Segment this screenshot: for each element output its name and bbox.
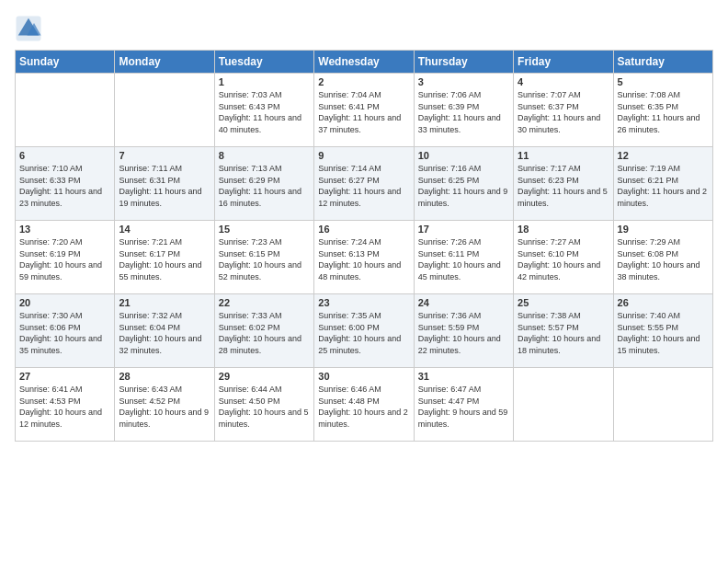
day-number: 2 <box>318 76 409 87</box>
header-cell-sunday: Sunday <box>16 51 115 74</box>
day-number: 7 <box>119 150 210 161</box>
calendar-cell: 8Sunrise: 7:13 AMSunset: 6:29 PMDaylight… <box>214 147 313 221</box>
week-row-4: 20Sunrise: 7:30 AMSunset: 6:06 PMDayligh… <box>16 294 713 368</box>
cell-info: Sunrise: 7:17 AMSunset: 6:23 PMDaylight:… <box>518 163 609 209</box>
calendar-cell <box>115 74 214 147</box>
calendar-cell: 3Sunrise: 7:06 AMSunset: 6:39 PMDaylight… <box>414 74 513 147</box>
week-row-5: 27Sunrise: 6:41 AMSunset: 4:53 PMDayligh… <box>16 368 713 442</box>
calendar-cell: 12Sunrise: 7:19 AMSunset: 6:21 PMDayligh… <box>613 147 712 221</box>
calendar-cell: 14Sunrise: 7:21 AMSunset: 6:17 PMDayligh… <box>115 221 214 294</box>
cell-info: Sunrise: 6:43 AMSunset: 4:52 PMDaylight:… <box>119 384 210 430</box>
calendar-cell: 25Sunrise: 7:38 AMSunset: 5:57 PMDayligh… <box>514 294 613 368</box>
cell-info: Sunrise: 7:14 AMSunset: 6:27 PMDaylight:… <box>318 163 409 209</box>
day-number: 5 <box>618 76 709 87</box>
day-number: 18 <box>518 224 609 235</box>
calendar-cell: 29Sunrise: 6:44 AMSunset: 4:50 PMDayligh… <box>214 368 313 442</box>
cell-info: Sunrise: 7:30 AMSunset: 6:06 PMDaylight:… <box>19 310 110 356</box>
cell-info: Sunrise: 7:40 AMSunset: 5:55 PMDaylight:… <box>618 310 709 356</box>
day-number: 24 <box>418 297 509 308</box>
cell-info: Sunrise: 7:03 AMSunset: 6:43 PMDaylight:… <box>219 89 310 135</box>
cell-info: Sunrise: 7:23 AMSunset: 6:15 PMDaylight:… <box>219 236 310 282</box>
cell-info: Sunrise: 6:44 AMSunset: 4:50 PMDaylight:… <box>219 384 310 430</box>
calendar-cell: 15Sunrise: 7:23 AMSunset: 6:15 PMDayligh… <box>214 221 313 294</box>
calendar-cell <box>16 74 115 147</box>
cell-info: Sunrise: 7:33 AMSunset: 6:02 PMDaylight:… <box>219 310 310 356</box>
cell-info: Sunrise: 7:13 AMSunset: 6:29 PMDaylight:… <box>219 163 310 209</box>
calendar-cell: 28Sunrise: 6:43 AMSunset: 4:52 PMDayligh… <box>115 368 214 442</box>
day-number: 13 <box>19 224 110 235</box>
day-number: 4 <box>518 76 609 87</box>
calendar-cell: 18Sunrise: 7:27 AMSunset: 6:10 PMDayligh… <box>514 221 613 294</box>
cell-info: Sunrise: 7:27 AMSunset: 6:10 PMDaylight:… <box>518 236 609 282</box>
calendar-cell <box>613 368 712 442</box>
day-number: 6 <box>19 150 110 161</box>
header-cell-monday: Monday <box>115 51 214 74</box>
cell-info: Sunrise: 7:07 AMSunset: 6:37 PMDaylight:… <box>518 89 609 135</box>
calendar-cell: 11Sunrise: 7:17 AMSunset: 6:23 PMDayligh… <box>514 147 613 221</box>
day-number: 26 <box>618 297 709 308</box>
cell-info: Sunrise: 7:04 AMSunset: 6:41 PMDaylight:… <box>318 89 409 135</box>
header-cell-tuesday: Tuesday <box>214 51 313 74</box>
cell-info: Sunrise: 7:19 AMSunset: 6:21 PMDaylight:… <box>618 163 709 209</box>
calendar-cell: 30Sunrise: 6:46 AMSunset: 4:48 PMDayligh… <box>314 368 414 442</box>
day-number: 22 <box>219 297 310 308</box>
calendar-cell: 26Sunrise: 7:40 AMSunset: 5:55 PMDayligh… <box>613 294 712 368</box>
cell-info: Sunrise: 7:11 AMSunset: 6:31 PMDaylight:… <box>119 163 210 209</box>
day-number: 12 <box>618 150 709 161</box>
calendar-cell: 17Sunrise: 7:26 AMSunset: 6:11 PMDayligh… <box>414 221 513 294</box>
cell-info: Sunrise: 6:47 AMSunset: 4:47 PMDaylight:… <box>418 384 509 430</box>
day-number: 14 <box>119 224 210 235</box>
cell-info: Sunrise: 6:41 AMSunset: 4:53 PMDaylight:… <box>19 384 110 430</box>
header-cell-thursday: Thursday <box>414 51 513 74</box>
calendar-body: 1Sunrise: 7:03 AMSunset: 6:43 PMDaylight… <box>16 74 713 442</box>
calendar-cell: 19Sunrise: 7:29 AMSunset: 6:08 PMDayligh… <box>613 221 712 294</box>
calendar-header: SundayMondayTuesdayWednesdayThursdayFrid… <box>16 51 713 74</box>
calendar-cell: 9Sunrise: 7:14 AMSunset: 6:27 PMDaylight… <box>314 147 414 221</box>
day-number: 10 <box>418 150 509 161</box>
calendar-cell: 20Sunrise: 7:30 AMSunset: 6:06 PMDayligh… <box>16 294 115 368</box>
calendar-table: SundayMondayTuesdayWednesdayThursdayFrid… <box>15 50 713 442</box>
day-number: 27 <box>19 371 110 382</box>
cell-info: Sunrise: 7:20 AMSunset: 6:19 PMDaylight:… <box>19 236 110 282</box>
cell-info: Sunrise: 7:29 AMSunset: 6:08 PMDaylight:… <box>618 236 709 282</box>
cell-info: Sunrise: 7:35 AMSunset: 6:00 PMDaylight:… <box>318 310 409 356</box>
day-number: 3 <box>418 76 509 87</box>
cell-info: Sunrise: 7:10 AMSunset: 6:33 PMDaylight:… <box>19 163 110 209</box>
cell-info: Sunrise: 7:06 AMSunset: 6:39 PMDaylight:… <box>418 89 509 135</box>
day-number: 30 <box>318 371 409 382</box>
week-row-3: 13Sunrise: 7:20 AMSunset: 6:19 PMDayligh… <box>16 221 713 294</box>
calendar-cell: 21Sunrise: 7:32 AMSunset: 6:04 PMDayligh… <box>115 294 214 368</box>
day-number: 15 <box>219 224 310 235</box>
day-number: 25 <box>518 297 609 308</box>
day-number: 20 <box>19 297 110 308</box>
header-cell-saturday: Saturday <box>613 51 712 74</box>
day-number: 17 <box>418 224 509 235</box>
day-number: 19 <box>618 224 709 235</box>
logo <box>15 15 46 42</box>
cell-info: Sunrise: 7:24 AMSunset: 6:13 PMDaylight:… <box>318 236 409 282</box>
day-number: 29 <box>219 371 310 382</box>
page-header <box>15 15 713 42</box>
cell-info: Sunrise: 7:21 AMSunset: 6:17 PMDaylight:… <box>119 236 210 282</box>
calendar-cell: 23Sunrise: 7:35 AMSunset: 6:00 PMDayligh… <box>314 294 414 368</box>
cell-info: Sunrise: 7:32 AMSunset: 6:04 PMDaylight:… <box>119 310 210 356</box>
day-number: 16 <box>318 224 409 235</box>
cell-info: Sunrise: 7:16 AMSunset: 6:25 PMDaylight:… <box>418 163 509 209</box>
calendar-cell <box>514 368 613 442</box>
day-number: 9 <box>318 150 409 161</box>
calendar-cell: 4Sunrise: 7:07 AMSunset: 6:37 PMDaylight… <box>514 74 613 147</box>
day-number: 21 <box>119 297 210 308</box>
week-row-1: 1Sunrise: 7:03 AMSunset: 6:43 PMDaylight… <box>16 74 713 147</box>
cell-info: Sunrise: 7:38 AMSunset: 5:57 PMDaylight:… <box>518 310 609 356</box>
week-row-2: 6Sunrise: 7:10 AMSunset: 6:33 PMDaylight… <box>16 147 713 221</box>
calendar-cell: 27Sunrise: 6:41 AMSunset: 4:53 PMDayligh… <box>16 368 115 442</box>
calendar-cell: 1Sunrise: 7:03 AMSunset: 6:43 PMDaylight… <box>214 74 313 147</box>
cell-info: Sunrise: 6:46 AMSunset: 4:48 PMDaylight:… <box>318 384 409 430</box>
day-number: 28 <box>119 371 210 382</box>
calendar-cell: 10Sunrise: 7:16 AMSunset: 6:25 PMDayligh… <box>414 147 513 221</box>
cell-info: Sunrise: 7:36 AMSunset: 5:59 PMDaylight:… <box>418 310 509 356</box>
calendar-cell: 7Sunrise: 7:11 AMSunset: 6:31 PMDaylight… <box>115 147 214 221</box>
day-number: 8 <box>219 150 310 161</box>
day-number: 1 <box>219 76 310 87</box>
calendar-cell: 31Sunrise: 6:47 AMSunset: 4:47 PMDayligh… <box>414 368 513 442</box>
